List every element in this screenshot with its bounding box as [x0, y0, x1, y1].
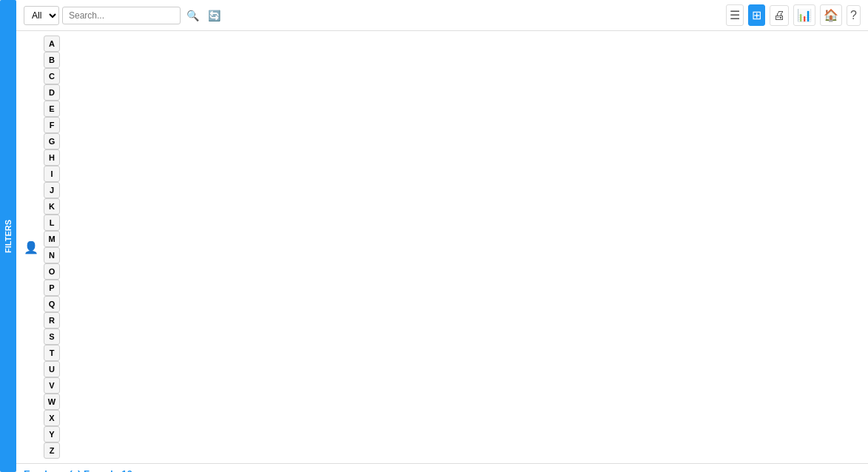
alpha-btn-x[interactable]: X — [44, 410, 60, 426]
home-icon[interactable]: 🏠 — [820, 4, 842, 26]
toolbar-right: ☰ ⊞ 🖨 📊 🏠 ? — [726, 4, 861, 26]
alpha-btn-o[interactable]: O — [44, 263, 60, 280]
alpha-btn-i[interactable]: I — [44, 166, 60, 182]
alpha-btn-f[interactable]: F — [44, 117, 60, 133]
refresh-button[interactable]: 🔄 — [205, 7, 223, 24]
alpha-btn-t[interactable]: T — [44, 345, 60, 361]
count-bar: Employee(s) Found : 16 — [16, 464, 868, 472]
person-icon[interactable]: 👤 — [24, 240, 38, 254]
alpha-btn-h[interactable]: H — [44, 149, 60, 166]
grid-view-icon[interactable]: ⊞ — [748, 4, 765, 26]
excel-icon[interactable]: 📊 — [793, 4, 815, 26]
print-icon[interactable]: 🖨 — [770, 5, 789, 26]
alpha-btn-r[interactable]: R — [44, 312, 60, 328]
employee-count: Employee(s) Found : 16 — [24, 468, 132, 472]
list-view-icon[interactable]: ☰ — [726, 4, 744, 26]
alphabet-filter: ABCDEFGHIJKLMNOPQRSTUVWXYZ — [44, 36, 60, 459]
alpha-btn-y[interactable]: Y — [44, 426, 60, 442]
alpha-btn-e[interactable]: E — [44, 101, 60, 117]
alpha-btn-w[interactable]: W — [44, 394, 60, 410]
alpha-btn-c[interactable]: C — [44, 68, 60, 84]
alpha-btn-g[interactable]: G — [44, 133, 60, 149]
alpha-btn-n[interactable]: N — [44, 247, 60, 263]
alpha-btn-m[interactable]: M — [44, 231, 60, 247]
alpha-btn-l[interactable]: L — [44, 215, 60, 231]
search-area: All 🔍 🔄 — [24, 6, 223, 25]
filters-button[interactable]: FILTERS — [0, 0, 16, 472]
alpha-btn-j[interactable]: J — [44, 182, 60, 198]
search-select[interactable]: All — [24, 6, 59, 25]
search-button[interactable]: 🔍 — [184, 7, 202, 24]
alpha-btn-z[interactable]: Z — [44, 442, 60, 459]
alpha-btn-k[interactable]: K — [44, 198, 60, 215]
alpha-btn-b[interactable]: B — [44, 52, 60, 68]
help-icon[interactable]: ? — [847, 5, 861, 26]
alpha-btn-s[interactable]: S — [44, 328, 60, 345]
top-bar: All 🔍 🔄 ☰ ⊞ 🖨 📊 🏠 ? — [16, 0, 868, 31]
alpha-btn-d[interactable]: D — [44, 84, 60, 101]
alpha-btn-q[interactable]: Q — [44, 296, 60, 312]
search-input[interactable] — [62, 7, 181, 24]
alpha-bar: 👤 ABCDEFGHIJKLMNOPQRSTUVWXYZ — [16, 31, 868, 464]
alpha-btn-a[interactable]: A — [44, 36, 60, 52]
alpha-btn-p[interactable]: P — [44, 280, 60, 296]
alpha-btn-v[interactable]: V — [44, 377, 60, 394]
alpha-btn-u[interactable]: U — [44, 361, 60, 377]
